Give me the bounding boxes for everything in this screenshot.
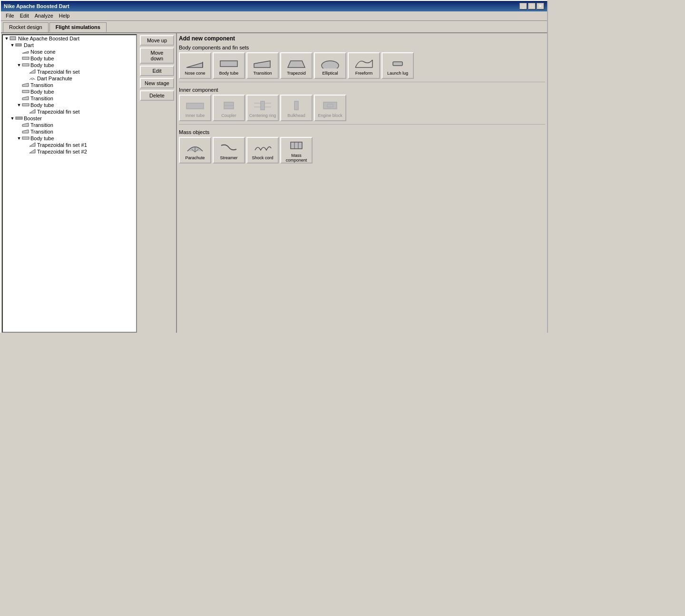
icon-mass-component bbox=[286, 138, 307, 152]
icon-coupler bbox=[218, 98, 239, 112]
mass-section-label: Mass objects bbox=[179, 129, 545, 135]
btn-mass-component[interactable]: Mass component bbox=[280, 137, 313, 164]
btn-shock-cord[interactable]: Shock cord bbox=[246, 137, 279, 164]
svg-rect-0 bbox=[10, 37, 16, 40]
edit-btn[interactable]: Edit bbox=[140, 66, 174, 76]
tree-transition-1[interactable]: Transition bbox=[3, 82, 136, 88]
svg-marker-12 bbox=[29, 109, 35, 113]
icon-nose-cone bbox=[185, 56, 206, 69]
svg-marker-2 bbox=[22, 51, 29, 53]
btn-launch-lug[interactable]: Launch lug bbox=[382, 52, 414, 79]
minimize-btn[interactable]: _ bbox=[519, 3, 527, 10]
icon-bulkhead bbox=[286, 98, 307, 112]
expander-finset2 bbox=[23, 149, 29, 154]
main-content: ▼ Nike Apache Boosted Dart ▼ Dart bbox=[1, 33, 547, 333]
icon-dart bbox=[15, 42, 23, 48]
tree-transition-2[interactable]: Transition bbox=[3, 95, 136, 102]
label-launch-lug: Launch lug bbox=[387, 71, 408, 76]
svg-rect-11 bbox=[22, 104, 29, 106]
tree-label-bt3: Body tube bbox=[30, 89, 54, 95]
new-stage-btn[interactable]: New stage bbox=[140, 78, 174, 88]
btn-centering-ring[interactable]: Centering ring bbox=[246, 95, 279, 121]
tree-label-trans3: Transition bbox=[30, 122, 53, 128]
icon-bt3 bbox=[22, 89, 29, 95]
label-parachute: Parachute bbox=[185, 155, 205, 160]
btn-parachute[interactable]: Parachute bbox=[179, 137, 211, 164]
tree-trap-fin-1[interactable]: Trapezoidal fin set bbox=[3, 68, 136, 75]
maximize-btn[interactable]: □ bbox=[528, 3, 536, 10]
close-btn[interactable]: ✕ bbox=[537, 3, 544, 10]
btn-engine-block[interactable]: Engine block bbox=[314, 95, 346, 121]
btn-coupler[interactable]: Coupler bbox=[213, 95, 245, 121]
tree-trap-fin-set-2[interactable]: Trapezoidal fin set #2 bbox=[3, 148, 136, 155]
btn-bulkhead[interactable]: Bulkhead bbox=[280, 95, 313, 121]
tree-label-bt4: Body tube bbox=[30, 102, 54, 108]
tab-rocket-design[interactable]: Rocket design bbox=[3, 22, 49, 32]
tree-trap-fin-2[interactable]: Trapezoidal fin set bbox=[3, 108, 136, 115]
tree-root[interactable]: ▼ Nike Apache Boosted Dart bbox=[3, 35, 136, 42]
btn-body-tube[interactable]: Body tube bbox=[213, 52, 245, 79]
expander-bt1 bbox=[16, 56, 22, 61]
btn-trapezoid[interactable]: Trapezoid bbox=[280, 52, 313, 79]
menu-help[interactable]: Help bbox=[56, 12, 73, 19]
svg-line-6 bbox=[31, 79, 32, 80]
tree-body-tube-5[interactable]: ▼ Body tube bbox=[3, 135, 136, 142]
tree-body-tube-3[interactable]: Body tube bbox=[3, 88, 136, 95]
label-inner-tube: Inner tube bbox=[186, 113, 205, 118]
tree-transition-4[interactable]: Transition bbox=[3, 128, 136, 135]
expander-dart[interactable]: ▼ bbox=[10, 42, 15, 48]
btn-elliptical[interactable]: Elliptical bbox=[314, 52, 346, 79]
svg-marker-24 bbox=[288, 61, 305, 67]
tree-body-tube-4[interactable]: ▼ Body tube bbox=[3, 102, 136, 108]
tree-dart[interactable]: ▼ Dart bbox=[3, 42, 136, 48]
expander-bt5[interactable]: ▼ bbox=[16, 135, 22, 141]
expander-bt2[interactable]: ▼ bbox=[16, 62, 22, 68]
expander-root[interactable]: ▼ bbox=[4, 36, 10, 41]
tree-booster[interactable]: ▼ Booster bbox=[3, 115, 136, 122]
component-tree[interactable]: ▼ Nike Apache Boosted Dart ▼ Dart bbox=[2, 34, 137, 333]
app-window: Nike Apache Boosted Dart _ □ ✕ File Edit… bbox=[0, 0, 548, 333]
delete-btn[interactable]: Delete bbox=[140, 90, 174, 101]
add-component-title: Add new component bbox=[179, 35, 545, 42]
mass-section: Mass objects Parachute Streamer bbox=[179, 124, 545, 164]
tree-trap-fin-set-1[interactable]: Trapezoidal fin set #1 bbox=[3, 142, 136, 148]
tree-label-finset2: Trapezoidal fin set #2 bbox=[37, 149, 87, 154]
btn-inner-tube[interactable]: Inner tube bbox=[179, 95, 211, 121]
svg-rect-1 bbox=[16, 44, 21, 46]
tab-flight-simulations[interactable]: Flight simulations bbox=[49, 22, 107, 32]
tree-body-tube-2[interactable]: ▼ Body tube bbox=[3, 62, 136, 68]
expander-bt4[interactable]: ▼ bbox=[16, 102, 22, 108]
expander-fin2 bbox=[23, 109, 29, 115]
left-panel: ▼ Nike Apache Boosted Dart ▼ Dart bbox=[1, 33, 177, 333]
svg-marker-18 bbox=[29, 149, 35, 153]
menu-file[interactable]: File bbox=[3, 12, 17, 19]
expander-fin1 bbox=[23, 69, 29, 75]
tree-parachute[interactable]: Dart Parachute bbox=[3, 75, 136, 82]
svg-point-25 bbox=[322, 61, 339, 68]
menu-edit[interactable]: Edit bbox=[17, 12, 32, 19]
btn-nose-cone[interactable]: Nose cone bbox=[179, 52, 211, 79]
expander-booster[interactable]: ▼ bbox=[10, 116, 15, 121]
btn-transition[interactable]: Transition bbox=[246, 52, 279, 79]
tree-label-dart: Dart bbox=[24, 42, 34, 48]
label-centering-ring: Centering ring bbox=[249, 113, 276, 118]
icon-bt1 bbox=[22, 56, 29, 61]
move-up-btn[interactable]: Move up bbox=[140, 35, 174, 46]
svg-marker-10 bbox=[22, 96, 29, 100]
svg-rect-21 bbox=[220, 61, 237, 67]
tree-transition-3[interactable]: Transition bbox=[3, 122, 136, 128]
icon-trans1 bbox=[22, 82, 29, 88]
icon-bt4 bbox=[22, 102, 29, 108]
btn-freeform[interactable]: Freeform bbox=[348, 52, 380, 79]
svg-rect-9 bbox=[22, 90, 29, 93]
expander-finset1 bbox=[23, 142, 29, 148]
btn-streamer[interactable]: Streamer bbox=[213, 137, 245, 164]
tree-nose-cone[interactable]: Nose cone bbox=[3, 48, 136, 55]
move-down-btn[interactable]: Move down bbox=[140, 48, 174, 64]
tree-label-chute: Dart Parachute bbox=[37, 76, 72, 81]
menu-analyze[interactable]: Analyze bbox=[32, 12, 56, 19]
icon-trans4 bbox=[22, 129, 29, 135]
svg-rect-37 bbox=[294, 101, 298, 110]
tree-body-tube-1[interactable]: Body tube bbox=[3, 55, 136, 62]
label-body-tube: Body tube bbox=[219, 71, 239, 76]
